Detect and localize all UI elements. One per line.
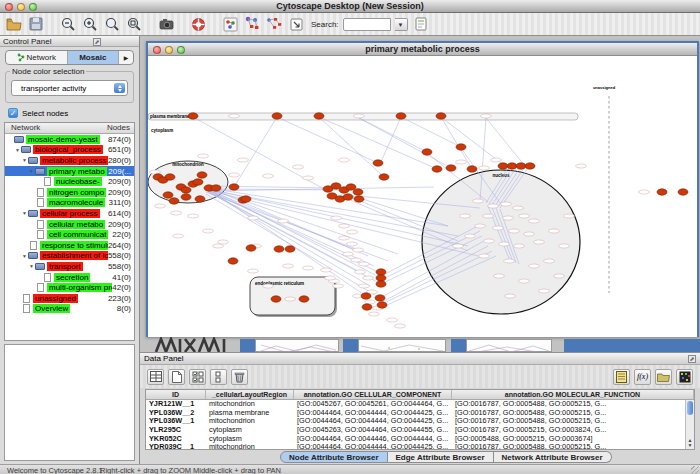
layout-blue-icon[interactable]: [243, 15, 261, 33]
snapshot-icon[interactable]: [157, 15, 175, 33]
tree-row[interactable]: multi-organism pro42(0): [5, 282, 134, 293]
file-icon: [37, 220, 44, 229]
close-button[interactable]: [5, 3, 13, 11]
expand-arrow-icon[interactable]: ▼: [28, 263, 35, 269]
float-panel-icon[interactable]: ⬈: [93, 38, 101, 46]
tiled-window-fragment[interactable]: [240, 339, 255, 352]
tree-row-node-count: 264(0): [108, 241, 134, 250]
layout-red-icon[interactable]: [265, 15, 283, 33]
tree-row[interactable]: response to stimulu264(0): [5, 240, 134, 251]
select-nodes-row: ✓ Select nodes: [8, 108, 131, 118]
tree-row[interactable]: cellular metabo209(0): [5, 219, 134, 230]
delete-attribute-icon[interactable]: [231, 369, 248, 385]
tree-row[interactable]: Overview8(0): [5, 304, 134, 315]
table-row[interactable]: YPL036W__2plasma membrane[GO:0044464, GO…: [146, 409, 694, 418]
zoom-in-icon[interactable]: [81, 15, 99, 33]
select-nodes-checkbox[interactable]: ✓: [8, 108, 18, 118]
tree-row[interactable]: nitrogen compo209(0): [5, 187, 134, 198]
scrollbar-thumb[interactable]: [687, 401, 693, 415]
zoom-selected-icon[interactable]: [103, 15, 121, 33]
new-attribute-icon[interactable]: [168, 369, 185, 385]
search-input[interactable]: [343, 18, 391, 31]
tree-row-label: primary metabo: [47, 167, 107, 176]
column-header[interactable]: ID: [146, 390, 206, 399]
tiled-window-fragment[interactable]: [466, 339, 552, 352]
help-icon[interactable]: [189, 15, 207, 33]
tree-row[interactable]: mosaic-demo-yeast874(0): [5, 134, 134, 145]
column-header[interactable]: _cellularLayoutRegion: [206, 390, 294, 399]
tree-row-node-count: 209(...: [108, 167, 134, 176]
window-controls: [5, 3, 37, 11]
tree-row[interactable]: ▼metabolic process280(0): [5, 155, 134, 166]
table-row[interactable]: YJR121W__1mitochondrion[GO:0045267, GO:0…: [146, 400, 694, 409]
tree-row[interactable]: ▼establishment of lo558(0): [5, 251, 134, 262]
status-zoom-hint: Right-click + drag to ZOOM: [100, 466, 191, 474]
tree-row[interactable]: ▼biological_process651(0): [5, 145, 134, 156]
tiled-window-fragment[interactable]: [451, 339, 466, 352]
tab-edge-attribute-browser[interactable]: Edge Attribute Browser: [388, 451, 494, 463]
tree-row[interactable]: ▼transport558(0): [5, 261, 134, 272]
resize-grip[interactable]: [691, 466, 699, 474]
attribute-batch-icon[interactable]: [210, 369, 227, 385]
table-cell: [GO:0016787, GO:0005488, GO:0005215, G..…: [452, 400, 694, 409]
vizmapper-icon[interactable]: [221, 15, 239, 33]
tree-row[interactable]: secretion41(0): [5, 272, 134, 283]
expand-arrow-icon[interactable]: ▼: [21, 253, 28, 259]
minimize-button[interactable]: [17, 3, 25, 11]
zoom-fit-icon[interactable]: [125, 15, 143, 33]
table-row[interactable]: YLR295Ccytoplasm[GO:0045263, GO:0044464,…: [146, 426, 694, 435]
birdseye-view[interactable]: [4, 344, 135, 461]
tiled-window-fragment[interactable]: [358, 339, 446, 352]
tree-row[interactable]: ▼primary metabo209(...: [5, 166, 134, 177]
tab-overflow-button[interactable]: ▶: [119, 51, 133, 64]
expand-arrow-icon[interactable]: ▼: [14, 147, 21, 153]
expand-arrow-icon[interactable]: ▼: [21, 157, 28, 163]
annotation-icon[interactable]: [287, 15, 305, 33]
formula-builder-icon[interactable]: f(x): [634, 369, 651, 385]
tree-row[interactable]: cell communicat22(0): [5, 229, 134, 240]
select-attributes-icon[interactable]: [189, 369, 206, 385]
attribute-table-header[interactable]: ID_cellularLayoutRegionannotation.GO CEL…: [146, 390, 694, 400]
network-minimize-button[interactable]: [165, 46, 173, 54]
float-panel-icon[interactable]: ⬈: [688, 355, 696, 363]
search-dropdown-arrow[interactable]: ▼: [395, 18, 408, 31]
desktop-strip: [140, 339, 700, 352]
tiled-window-fragment[interactable]: [255, 339, 339, 352]
file-icon: [37, 283, 44, 292]
import-attributes-icon[interactable]: [655, 369, 672, 385]
table-scrollbar[interactable]: ▲▼: [685, 400, 694, 449]
save-session-icon[interactable]: [27, 15, 45, 33]
zoom-button[interactable]: [29, 3, 37, 11]
expand-arrow-icon[interactable]: ▼: [21, 210, 28, 216]
table-row[interactable]: YDR039C__1mitochondrion[GO:0044464, GO:0…: [146, 443, 694, 450]
tree-row[interactable]: nucleobase-209(0): [5, 176, 134, 187]
node-color-select[interactable]: transporter activity: [11, 80, 128, 96]
network-window[interactable]: primary metabolic process plasma membran…: [146, 41, 699, 337]
tab-network[interactable]: Network: [6, 51, 68, 64]
tab-network-attribute-browser[interactable]: Network Attribute Browser: [494, 451, 612, 463]
tab-node-attribute-browser[interactable]: Node Attribute Browser: [280, 451, 388, 463]
zoom-out-icon[interactable]: [59, 15, 77, 33]
column-header[interactable]: annotation.GO CELLULAR_COMPONENT: [294, 390, 452, 399]
network-zoom-button[interactable]: [177, 46, 185, 54]
tree-row[interactable]: ▼cellular process614(0): [5, 208, 134, 219]
tiled-window-fragment[interactable]: [343, 339, 358, 352]
tree-row[interactable]: unassigned223(0): [5, 293, 134, 304]
table-row[interactable]: YPL036W__1mitochondrion[GO:0044464, GO:0…: [146, 417, 694, 426]
network-close-button[interactable]: [153, 46, 161, 54]
open-session-icon[interactable]: [5, 15, 23, 33]
scrollbar-arrows[interactable]: ▲▼: [686, 438, 694, 448]
app-titlebar: Cytoscape Desktop (New Session): [0, 0, 700, 13]
attribute-table-icon[interactable]: [147, 369, 164, 385]
expand-arrow-icon[interactable]: ▼: [28, 168, 35, 174]
tree-row[interactable]: macromolecule311(0): [5, 198, 134, 209]
table-cell: [GO:0005488, GO:0005215, GO:0003674]: [452, 435, 694, 444]
attribute-matrix-icon[interactable]: [676, 369, 693, 385]
column-header[interactable]: annotation.GO MOLECULAR_FUNCTION: [452, 390, 694, 399]
network-window-titlebar[interactable]: primary metabolic process: [148, 43, 697, 56]
network-canvas[interactable]: plasma membranecytoplasmmitochondrionnuc…: [148, 56, 697, 337]
quick-find-index-icon[interactable]: [412, 15, 430, 33]
tab-mosaic[interactable]: Mosaic: [68, 51, 119, 64]
attribute-list-icon[interactable]: [613, 369, 630, 385]
table-row[interactable]: YKR052Ccytoplasm[GO:0044464, GO:0044446,…: [146, 435, 694, 444]
